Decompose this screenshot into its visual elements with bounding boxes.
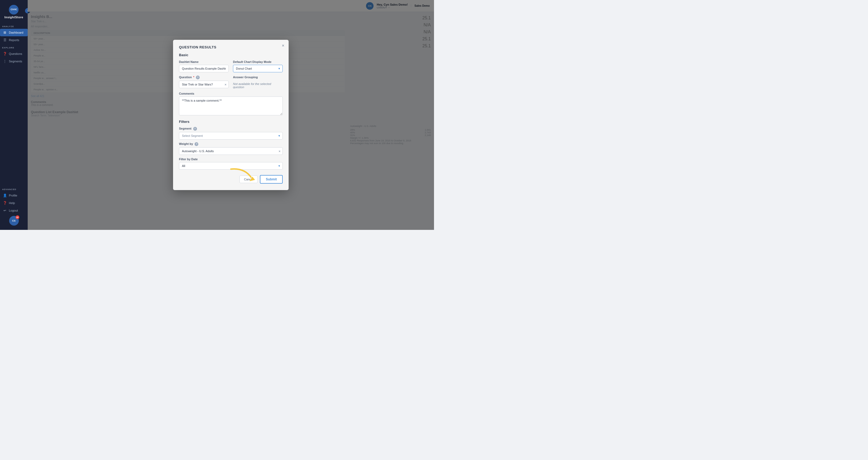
dashlet-name-input[interactable] [179, 65, 229, 72]
segment-group: Segment ? Select Segment [179, 127, 283, 140]
analyze-section-label: ANALYZE [0, 23, 28, 29]
arrow-annotation [228, 166, 258, 185]
weight-input-wrapper: × [179, 147, 283, 155]
app-name: InsightStore [4, 16, 23, 19]
reports-icon: ☰ [3, 38, 7, 42]
modal-footer: Cancel Submit [179, 175, 283, 184]
notification-count: 26 [16, 215, 19, 219]
explore-section-label: EXPLORE [0, 44, 28, 50]
weight-input[interactable] [179, 147, 283, 155]
sidebar-bottom: ADVANCED 👤 Profile ❓ Help ↩ Logout CS 26 [0, 185, 28, 230]
sidebar-item-label: Segments [9, 60, 22, 63]
sidebar-item-profile[interactable]: 👤 Profile [0, 192, 28, 199]
advanced-section-label: ADVANCED [0, 185, 28, 192]
required-indicator: * [193, 75, 194, 79]
dashlet-row: Dashlet Name Default Chart Display Mode … [179, 60, 283, 72]
segment-help-icon: ? [193, 127, 197, 131]
dashboard-icon: ⊞ [3, 31, 7, 34]
question-help-icon: ? [196, 75, 200, 79]
filter-date-label: Filter by Date [179, 157, 283, 161]
question-clear-button[interactable]: × [224, 83, 226, 86]
weight-help-icon: ? [194, 142, 198, 146]
sidebar-item-reports[interactable]: ☰ Reports [0, 36, 28, 44]
chart-mode-select[interactable]: Donut Chart Bar Chart Line Chart Pie Cha… [233, 65, 283, 72]
question-group: Question * ? × [179, 75, 229, 89]
questions-icon: ❓ [3, 52, 7, 56]
sidebar-item-label: Dashboard [9, 31, 23, 34]
answer-grouping-text: Not available for the selected question [233, 80, 283, 89]
dashlet-name-group: Dashlet Name [179, 60, 229, 72]
weight-clear-button[interactable]: × [278, 149, 281, 153]
submit-button[interactable]: Submit [260, 175, 283, 184]
modal-overlay: QUESTION RESULTS × Basic Dashlet Name De… [28, 0, 434, 230]
modal-title: QUESTION RESULTS [179, 45, 283, 49]
chart-mode-select-wrapper: Donut Chart Bar Chart Line Chart Pie Cha… [233, 65, 283, 72]
comments-textarea[interactable] [179, 96, 283, 115]
notification-badge[interactable]: CS 26 [9, 216, 19, 225]
answer-grouping-group: Answer Grouping Not available for the se… [233, 75, 283, 89]
question-input[interactable] [179, 81, 229, 88]
sidebar-item-segments[interactable]: ⋮ Segments [0, 58, 28, 65]
modal-dialog: QUESTION RESULTS × Basic Dashlet Name De… [173, 40, 289, 190]
filters-section: Filters Segment ? Select Segment Weight [179, 120, 283, 170]
answer-grouping-label: Answer Grouping [233, 75, 283, 79]
sidebar-item-dashboard[interactable]: ⊞ Dashboard [0, 29, 28, 36]
sidebar-item-label: Profile [9, 194, 17, 197]
segment-select-wrapper: Select Segment [179, 132, 283, 140]
question-input-wrapper: × [179, 81, 229, 88]
question-answer-row: Question * ? × Answer Grouping Not avail… [179, 75, 283, 89]
main-content: CN Hey, Cyn Sales Demo! LOGOUT → Sales D… [28, 0, 434, 230]
segments-icon: ⋮ [3, 59, 7, 63]
sidebar-logo: CIVIC InsightStore [3, 3, 25, 21]
question-label: Question * ? [179, 75, 229, 79]
logout-icon: ↩ [3, 209, 7, 212]
sidebar-item-label: Reports [9, 38, 19, 42]
sidebar: CIVIC InsightStore ‹ ANALYZE ⊞ Dashboard… [0, 0, 28, 230]
dashlet-name-label: Dashlet Name [179, 60, 229, 63]
sidebar-item-label: Help [9, 202, 15, 205]
help-icon: ❓ [3, 201, 7, 205]
profile-icon: 👤 [3, 193, 7, 197]
sidebar-item-help[interactable]: ❓ Help [0, 199, 28, 207]
modal-close-button[interactable]: × [282, 43, 284, 48]
notification-initials: CS [12, 219, 16, 222]
chart-mode-label: Default Chart Display Mode [233, 60, 283, 63]
weight-by-label: Weight by ? [179, 142, 283, 146]
sidebar-item-label: Logout [9, 209, 18, 212]
sidebar-item-questions[interactable]: ❓ Questions [0, 50, 28, 58]
sidebar-item-label: Questions [9, 52, 22, 55]
comments-label: Comments [179, 92, 283, 95]
segment-label: Segment ? [179, 127, 283, 131]
basic-section-label: Basic [179, 53, 283, 57]
chart-mode-group: Default Chart Display Mode Donut Chart B… [233, 60, 283, 72]
filters-section-label: Filters [179, 120, 283, 124]
weight-by-group: Weight by ? × [179, 142, 283, 155]
segment-select[interactable]: Select Segment [179, 132, 283, 140]
sidebar-item-logout[interactable]: ↩ Logout [0, 207, 28, 214]
logo-icon: CIVIC [9, 5, 19, 14]
comments-group: Comments [179, 92, 283, 115]
